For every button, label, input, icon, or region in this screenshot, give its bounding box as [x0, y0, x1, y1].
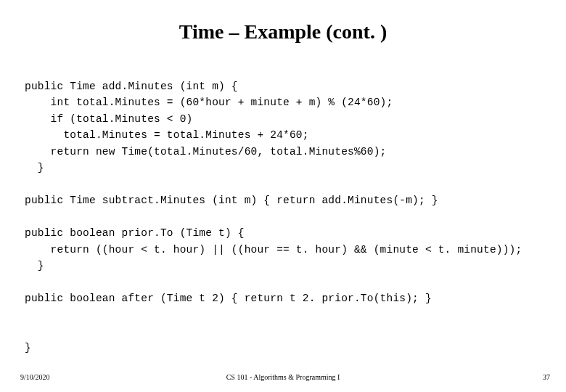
- slide-title: Time – Example (cont. ): [25, 20, 541, 44]
- footer-date: 9/10/2020: [20, 373, 50, 381]
- footer-page-number: 37: [543, 373, 550, 381]
- footer-course: CS 101 - Algorithms & Programming I: [226, 373, 340, 381]
- slide: Time – Example (cont. ) public Time add.…: [0, 0, 566, 392]
- code-block: public Time add.Minutes (int m) { int to…: [25, 78, 541, 356]
- slide-footer: 9/10/2020 CS 101 - Algorithms & Programm…: [0, 373, 566, 385]
